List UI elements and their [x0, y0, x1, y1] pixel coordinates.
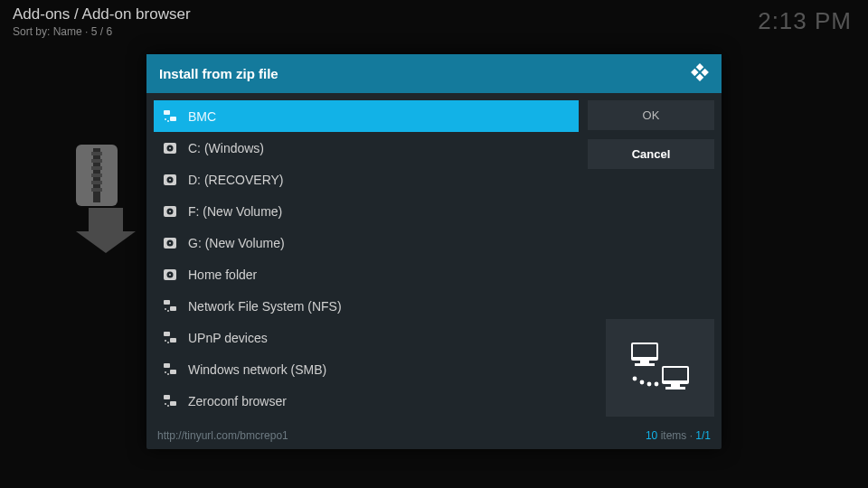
- dialog-titlebar: Install from zip file: [146, 54, 722, 93]
- svg-point-27: [169, 242, 171, 244]
- network-icon: [163, 331, 177, 345]
- sort-label: Sort by: Name: [13, 25, 82, 38]
- list-position: 5 / 6: [91, 25, 112, 38]
- svg-rect-2: [91, 152, 102, 155]
- svg-point-30: [169, 274, 171, 276]
- file-row-label: Windows network (SMB): [188, 362, 326, 377]
- svg-rect-8: [696, 63, 703, 70]
- svg-point-21: [169, 179, 171, 181]
- disk-icon: [163, 204, 177, 219]
- network-icon: [163, 394, 177, 408]
- svg-point-34: [167, 310, 169, 312]
- svg-rect-39: [164, 363, 170, 368]
- sort-line: Sort by: Name · 5 / 6: [13, 25, 191, 38]
- svg-rect-57: [633, 344, 656, 357]
- clock: 2:13 PM: [758, 7, 852, 35]
- svg-point-55: [647, 382, 652, 387]
- file-row[interactable]: Network File System (NFS): [154, 290, 579, 322]
- svg-rect-40: [170, 370, 176, 374]
- install-zip-dialog: Install from zip file BMCC: (Windows)D: …: [146, 54, 722, 449]
- svg-rect-51: [671, 384, 680, 387]
- svg-rect-52: [665, 387, 685, 389]
- svg-rect-4: [91, 166, 102, 170]
- file-row-label: D: (RECOVERY): [188, 173, 284, 187]
- file-list: BMCC: (Windows)D: (RECOVERY)F: (New Volu…: [154, 100, 579, 417]
- svg-rect-5: [91, 174, 102, 177]
- svg-point-14: [165, 118, 166, 120]
- svg-rect-13: [170, 117, 176, 121]
- file-row-label: C: (Windows): [188, 141, 264, 155]
- svg-point-56: [655, 382, 659, 387]
- file-row[interactable]: D: (RECOVERY): [154, 164, 579, 195]
- svg-rect-10: [691, 69, 698, 76]
- disk-icon: [163, 236, 177, 250]
- svg-rect-9: [701, 69, 708, 76]
- svg-rect-12: [164, 110, 170, 115]
- svg-rect-43: [164, 395, 170, 399]
- svg-rect-44: [170, 401, 176, 406]
- svg-point-53: [633, 377, 637, 381]
- file-row[interactable]: G: (New Volume): [154, 227, 579, 258]
- svg-rect-3: [91, 159, 102, 163]
- svg-rect-6: [91, 181, 102, 184]
- svg-point-42: [167, 373, 169, 375]
- svg-point-41: [165, 371, 166, 373]
- svg-rect-58: [664, 368, 687, 380]
- dialog-right-column: OK Cancel: [588, 100, 714, 417]
- file-row[interactable]: Windows network (SMB): [154, 353, 579, 385]
- disk-icon: [163, 141, 177, 155]
- svg-point-24: [169, 211, 171, 212]
- file-row[interactable]: BMC: [154, 100, 579, 132]
- file-row[interactable]: F: (New Volume): [154, 195, 579, 227]
- zip-background-icon: [72, 145, 150, 253]
- file-row-label: Home folder: [188, 267, 257, 282]
- svg-point-45: [165, 403, 166, 405]
- preview-network-icon: [606, 319, 714, 417]
- svg-rect-48: [640, 361, 649, 363]
- dialog-footer: http://tinyurl.com/bmcrepo1 10 items · 1…: [146, 424, 722, 449]
- svg-point-46: [167, 405, 169, 407]
- network-icon: [163, 109, 177, 124]
- file-row[interactable]: UPnP devices: [154, 322, 579, 353]
- svg-rect-49: [635, 363, 655, 366]
- svg-rect-32: [170, 306, 176, 311]
- file-row[interactable]: Home folder: [154, 258, 579, 290]
- svg-rect-35: [164, 332, 170, 336]
- page-header: Add-ons / Add-on browser Sort by: Name ·…: [13, 5, 191, 38]
- svg-point-54: [640, 380, 645, 385]
- svg-rect-31: [164, 300, 170, 305]
- svg-rect-36: [170, 338, 176, 343]
- dialog-title: Install from zip file: [159, 66, 278, 81]
- breadcrumb: Add-ons / Add-on browser: [13, 5, 191, 23]
- svg-rect-7: [91, 188, 102, 192]
- kodi-logo-icon: [691, 63, 709, 84]
- file-row[interactable]: Zeroconf browser: [154, 385, 579, 417]
- disk-icon: [163, 173, 177, 187]
- file-row[interactable]: C: (Windows): [154, 132, 579, 164]
- file-row-label: Zeroconf browser: [188, 394, 287, 408]
- file-row-label: F: (New Volume): [188, 204, 282, 219]
- ok-button[interactable]: OK: [588, 100, 714, 130]
- file-row-label: Network File System (NFS): [188, 299, 342, 314]
- svg-point-18: [169, 147, 171, 149]
- svg-point-38: [167, 342, 169, 343]
- svg-point-33: [165, 308, 166, 310]
- cancel-button[interactable]: Cancel: [588, 139, 714, 169]
- svg-rect-11: [696, 73, 703, 80]
- footer-path: http://tinyurl.com/bmcrepo1: [157, 429, 288, 442]
- svg-point-37: [165, 340, 166, 342]
- network-icon: [163, 299, 177, 314]
- file-row-label: UPnP devices: [188, 331, 268, 345]
- svg-point-15: [167, 120, 169, 122]
- file-row-label: BMC: [188, 109, 216, 124]
- disk-icon: [163, 267, 177, 282]
- file-row-label: G: (New Volume): [188, 236, 285, 250]
- footer-count: 10 items · 1/1: [646, 429, 711, 442]
- network-icon: [163, 362, 177, 377]
